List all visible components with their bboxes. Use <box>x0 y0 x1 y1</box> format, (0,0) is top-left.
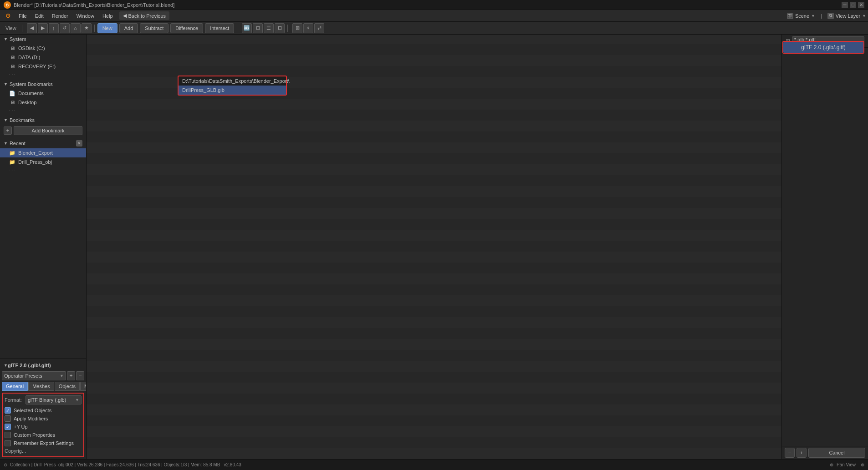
view-layer-icon: ⧉ <box>827 13 834 19</box>
cancel-button[interactable]: Cancel <box>808 448 865 458</box>
add-bookmark-row: + Add Bookmark <box>0 125 86 136</box>
checkbox-row-apply-modifiers: Apply Modifiers <box>5 414 82 423</box>
sidebar-item-desktop[interactable]: 🖥 Desktop <box>0 98 86 107</box>
file-grid[interactable] <box>87 35 781 459</box>
view-label[interactable]: View <box>3 25 19 31</box>
toolbar-sort-icons: 🔤 ⊞ ☰ ⊟ <box>242 23 285 33</box>
recent-more: · · · <box>0 167 86 173</box>
new-button[interactable]: New <box>97 23 117 33</box>
data-disk-icon: 🖥 <box>9 54 15 61</box>
operator-presets-select[interactable]: Operator Presets ▼ <box>2 371 66 380</box>
intersect-button[interactable]: Intersect <box>205 23 234 33</box>
menu-window[interactable]: Window <box>73 12 98 20</box>
menu-blender[interactable]: ⊙ <box>2 11 14 20</box>
folder-icon-2: 📁 <box>9 159 15 165</box>
nav-home-icon[interactable]: ⌂ <box>71 23 81 33</box>
preset-remove-button[interactable]: − <box>76 371 84 380</box>
menu-bar: ⊙ File Edit Render Window Help ◀ Back to… <box>0 10 868 22</box>
sidebar-item-data[interactable]: 🖥 DATA (D:) <box>0 53 86 62</box>
nav-reload-icon[interactable]: ↺ <box>60 23 70 33</box>
sidebar-item-drill-press[interactable]: 📁 Drill_Press_obj <box>0 157 86 167</box>
sort-icon[interactable]: 🔤 <box>242 23 252 33</box>
tab-objects[interactable]: Objects <box>55 382 80 391</box>
menu-file[interactable]: File <box>15 12 31 20</box>
checkbox-apply-modifiers[interactable] <box>5 415 11 422</box>
filter-icon[interactable]: ⊞ <box>253 23 263 33</box>
transfer-icon[interactable]: ⇄ <box>314 23 324 33</box>
format-arrow-icon: ▼ <box>75 398 79 402</box>
system-more: · · · <box>0 71 86 78</box>
sys-bookmarks-arrow-icon: ▼ <box>4 82 8 86</box>
nav-forward-icon[interactable]: ▶ <box>38 23 48 33</box>
status-left-icon: ⊙ <box>4 462 7 467</box>
extra-icon[interactable]: ⌖ <box>303 23 313 33</box>
system-label: System <box>10 36 26 42</box>
copyright-label: Copyrig... <box>5 448 26 454</box>
operator-presets-arrow: ▼ <box>60 374 64 378</box>
add-icon[interactable]: + <box>4 126 12 135</box>
maximize-button[interactable]: □ <box>850 2 856 8</box>
remember-export-label: Remember Export Settings <box>14 440 74 446</box>
toolbar-separator-4 <box>287 25 288 32</box>
right-panel: ⊞ *.glb;*.gltf glTF 2.0 (.glb/.gltf) − +… <box>781 35 868 459</box>
add-button[interactable]: Add <box>119 23 138 33</box>
tab-materials[interactable]: Materi... <box>80 382 87 391</box>
checkbox-selected-objects[interactable]: ✓ <box>5 407 11 414</box>
window-title: Blender* [D:\Tutorials\DataSmith_Exports… <box>14 2 174 8</box>
menu-help[interactable]: Help <box>99 12 117 20</box>
system-arrow-icon: ▼ <box>4 37 8 41</box>
nav-bookmark-icon[interactable]: ★ <box>82 23 92 33</box>
toolbar-separator-3 <box>237 25 237 32</box>
sidebar-item-recovery[interactable]: 🖥 RECOVERY (E:) <box>0 62 86 71</box>
path-input-group: D:\Tutorials\DataSmith_Exports\Blender_E… <box>178 76 287 96</box>
system-bookmarks-header[interactable]: ▼ System Bookmarks <box>0 80 86 89</box>
drill-press-label: Drill_Press_obj <box>18 159 52 165</box>
sidebar-item-blender-export[interactable]: 📁 Blender_Export <box>0 148 86 157</box>
user-bookmarks-header[interactable]: ▼ Bookmarks <box>0 116 86 125</box>
back-arrow-icon: ◀ <box>123 13 127 19</box>
bookmarks-more: · · · <box>0 107 86 114</box>
menu-render[interactable]: Render <box>48 12 72 20</box>
status-text: Collection | Drill_Press_obj.002 | Verts… <box>10 462 241 467</box>
sys-bookmarks-label: System Bookmarks <box>10 81 53 87</box>
close-button[interactable]: ✕ <box>858 2 864 8</box>
format-select[interactable]: glTF Binary (.glb) ▼ <box>26 395 82 404</box>
grid-icon[interactable]: ⊟ <box>275 23 285 33</box>
checkbox-remember-export[interactable] <box>5 440 11 446</box>
osdisk-icon: 🖥 <box>9 45 15 51</box>
menu-edit[interactable]: Edit <box>31 12 47 20</box>
back-to-previous-button[interactable]: ◀ Back to Previous <box>119 11 170 20</box>
operator-presets-row: Operator Presets ▼ + − <box>2 370 84 382</box>
path-directory[interactable]: D:\Tutorials\DataSmith_Exports\Blender_E… <box>179 76 286 86</box>
minimize-button[interactable]: ─ <box>842 2 848 8</box>
preset-add-button[interactable]: + <box>67 371 75 380</box>
recent-header: ▼ Recent ✕ <box>0 138 86 148</box>
subtract-button[interactable]: Subtract <box>140 23 168 33</box>
minus-button[interactable]: − <box>785 448 795 458</box>
nav-up-icon[interactable]: ↑ <box>49 23 59 33</box>
sidebar-item-documents[interactable]: 📄 Documents <box>0 89 86 98</box>
plus-button[interactable]: + <box>797 448 807 458</box>
difference-button[interactable]: Difference <box>170 23 203 33</box>
system-section-header[interactable]: ▼ System <box>0 35 86 44</box>
main-layout: ▼ System 🖥 OSDisk (C:) 🖥 DATA (D:) 🖥 REC… <box>0 35 868 459</box>
options-header[interactable]: ▼ glTF 2.0 (.glb/.gltf) <box>2 361 84 370</box>
pan-view-label: ⊕ Pan View ⊕ <box>830 462 864 467</box>
checkbox-custom-properties[interactable] <box>5 432 11 438</box>
add-bookmark-button[interactable]: Add Bookmark <box>14 126 82 135</box>
recent-close-icon[interactable]: ✕ <box>76 140 82 147</box>
sidebar: ▼ System 🖥 OSDisk (C:) 🖥 DATA (D:) 🖥 REC… <box>0 35 87 459</box>
checkbox-y-up[interactable]: ✓ <box>5 424 11 430</box>
window-controls[interactable]: ─ □ ✕ <box>842 2 864 8</box>
hide-icon[interactable]: ⊠ <box>292 23 302 33</box>
nav-back-icon[interactable]: ◀ <box>27 23 37 33</box>
toolbar: View ◀ ▶ ↑ ↺ ⌂ ★ New Add Subtract Differ… <box>0 22 868 35</box>
sidebar-item-osdisk[interactable]: 🖥 OSDisk (C:) <box>0 44 86 53</box>
title-bar-left: B Blender* [D:\Tutorials\DataSmith_Expor… <box>4 1 174 9</box>
tab-general[interactable]: General <box>2 382 28 391</box>
list-icon[interactable]: ☰ <box>264 23 274 33</box>
recent-section-label: Recent <box>10 141 26 146</box>
path-filename[interactable]: DrillPress_GLB.glb <box>179 86 286 95</box>
action-row: − + Cancel <box>782 446 868 459</box>
tab-meshes[interactable]: Meshes <box>28 382 54 391</box>
